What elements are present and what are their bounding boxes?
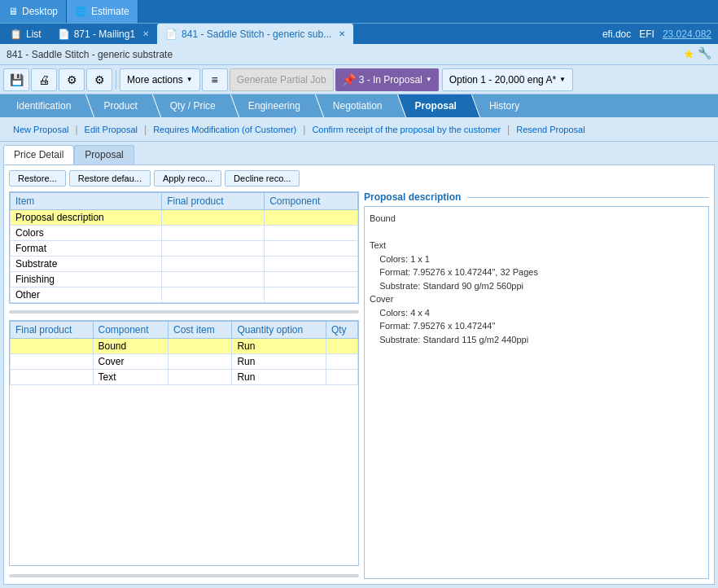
tab-mailing-close[interactable]: ✕ bbox=[142, 29, 149, 38]
table-row[interactable]: Proposal description bbox=[11, 210, 358, 226]
table-row[interactable]: Text Run bbox=[11, 370, 358, 385]
breadcrumb-engineering-label: Engineering bbox=[248, 100, 300, 112]
saddle-tab-icon: 📄 bbox=[165, 29, 177, 40]
main-content: Price Detail Proposal Restore... Restore… bbox=[0, 142, 718, 588]
cell-component bbox=[265, 287, 358, 303]
config-icon: ⚙ bbox=[94, 73, 105, 86]
resend-proposal-link[interactable]: Resend Proposal bbox=[510, 125, 591, 134]
restore-default-button[interactable]: Restore defau... bbox=[69, 170, 151, 186]
col-qty-option: Quantity option bbox=[232, 322, 326, 339]
table-row[interactable]: Colors bbox=[11, 226, 358, 241]
save-button[interactable]: 💾 bbox=[3, 68, 29, 91]
breadcrumb-qty-price[interactable]: Qty / Price bbox=[151, 94, 229, 117]
proposal-badge-label: 3 - In Proposal bbox=[359, 74, 422, 86]
col-fp: Final product bbox=[11, 322, 94, 339]
breadcrumb-proposal-label: Proposal bbox=[415, 100, 457, 112]
edit-proposal-link[interactable]: Edit Proposal bbox=[78, 125, 144, 134]
print-icon: 🖨 bbox=[38, 73, 50, 86]
tab-mailing[interactable]: 📄 871 - Mailing1 ✕ bbox=[50, 24, 157, 44]
cell-fp bbox=[11, 354, 94, 370]
cell-item: Proposal description bbox=[11, 210, 162, 226]
content-panel: Restore... Restore defau... Apply reco..… bbox=[3, 165, 715, 585]
table-row[interactable]: Other bbox=[11, 287, 358, 303]
cell-item: Other bbox=[11, 287, 162, 303]
print-button[interactable]: 🖨 bbox=[31, 68, 57, 91]
proposal-badge-button[interactable]: 📌 3 - In Proposal ▼ bbox=[335, 68, 439, 91]
generate-partial-job-label: Generate Partial Job bbox=[237, 74, 326, 86]
cell-item: Substrate bbox=[11, 257, 162, 272]
list-button[interactable]: ≡ bbox=[202, 68, 228, 91]
tab-saddle-label: 841 - Saddle Stitch - generic sub... bbox=[182, 29, 331, 40]
confirm-receipt-link[interactable]: Confirm receipt of the proposal by the c… bbox=[305, 125, 507, 134]
col-item: Item bbox=[11, 193, 162, 210]
tab-saddle-close[interactable]: ✕ bbox=[339, 29, 345, 38]
title-bar-icons: ★ 🔧 bbox=[683, 46, 711, 62]
taskbar: 🖥 Desktop 🌐 Estimate bbox=[0, 0, 718, 23]
tab-saddle[interactable]: 📄 841 - Saddle Stitch - generic sub... ✕ bbox=[157, 24, 353, 44]
cell-final-product bbox=[162, 287, 265, 303]
window-title: 841 - Saddle Stitch - generic substrate bbox=[7, 49, 173, 60]
restore-button[interactable]: Restore... bbox=[9, 170, 66, 186]
more-actions-arrow: ▼ bbox=[186, 76, 193, 83]
decline-reco-button[interactable]: Decline reco... bbox=[225, 170, 300, 186]
cell-component bbox=[265, 226, 358, 241]
breadcrumb-product-label: Product bbox=[103, 100, 137, 112]
cell-item: Finishing bbox=[11, 272, 162, 287]
star-icon[interactable]: ★ bbox=[683, 46, 694, 62]
breadcrumb-proposal[interactable]: Proposal bbox=[396, 94, 470, 117]
table-row[interactable]: Bound Run bbox=[11, 339, 358, 354]
action-bar: New Proposal | Edit Proposal | Requires … bbox=[0, 117, 718, 142]
tab-price-detail[interactable]: Price Detail bbox=[3, 145, 74, 165]
breadcrumb-negotiation[interactable]: Negotiation bbox=[313, 94, 396, 117]
cell-comp: Bound bbox=[93, 339, 168, 354]
two-panel: Item Final product Component Proposal de… bbox=[9, 191, 709, 579]
mailing-tab-icon: 📄 bbox=[58, 29, 70, 40]
table-row[interactable]: Cover Run bbox=[11, 354, 358, 370]
tab-list[interactable]: 📋 List bbox=[2, 24, 50, 44]
cell-component bbox=[265, 210, 358, 226]
tab-price-detail-label: Price Detail bbox=[14, 149, 63, 160]
cell-comp: Cover bbox=[93, 354, 168, 370]
breadcrumb-negotiation-label: Negotiation bbox=[333, 100, 383, 112]
option-dropdown-button[interactable]: Option 1 - 20,000 eng A* ▼ bbox=[442, 68, 573, 91]
scroll-divider-top bbox=[9, 310, 359, 314]
tab-bar: 📋 List 📄 871 - Mailing1 ✕ 📄 841 - Saddle… bbox=[0, 23, 718, 44]
desktop-icon: 🖥 bbox=[8, 6, 18, 17]
apply-reco-button[interactable]: Apply reco... bbox=[154, 170, 221, 186]
table-row[interactable]: Substrate bbox=[11, 257, 358, 272]
generate-partial-job-button[interactable]: Generate Partial Job bbox=[230, 68, 334, 91]
breadcrumb-nav: Identification Product Qty / Price Engin… bbox=[0, 94, 718, 117]
tool-icon[interactable]: 🔧 bbox=[698, 46, 711, 62]
top-table-container[interactable]: Item Final product Component Proposal de… bbox=[9, 191, 359, 304]
proposal-description-textarea[interactable] bbox=[364, 206, 709, 579]
col-final-product: Final product bbox=[162, 193, 265, 210]
requires-mod-link[interactable]: Requires Modification (of Customer) bbox=[147, 125, 303, 134]
breadcrumb-product[interactable]: Product bbox=[84, 94, 150, 117]
cell-qty bbox=[326, 370, 357, 385]
cell-qty bbox=[326, 339, 357, 354]
breadcrumb-identification[interactable]: Identification bbox=[0, 94, 84, 117]
proposal-icon: 📌 bbox=[342, 73, 356, 86]
tab-proposal[interactable]: Proposal bbox=[74, 145, 134, 165]
more-actions-label: More actions bbox=[127, 74, 183, 86]
settings-icon: ⚙ bbox=[67, 73, 77, 86]
bottom-table-container[interactable]: Final product Component Cost item Quanti… bbox=[9, 320, 359, 566]
number-label[interactable]: 23.024.082 bbox=[663, 29, 711, 40]
efi-label: EFI bbox=[639, 29, 655, 40]
toolbar-sep-1 bbox=[116, 70, 116, 90]
table-row[interactable]: Finishing bbox=[11, 272, 358, 287]
new-proposal-link[interactable]: New Proposal bbox=[7, 125, 75, 134]
breadcrumb-engineering[interactable]: Engineering bbox=[229, 94, 313, 117]
taskbar-desktop[interactable]: 🖥 Desktop bbox=[0, 0, 67, 23]
cell-item: Format bbox=[11, 241, 162, 257]
settings-button[interactable]: ⚙ bbox=[59, 68, 85, 91]
cell-final-product bbox=[162, 257, 265, 272]
right-panel: Proposal description bbox=[364, 191, 709, 579]
option-dropdown-arrow: ▼ bbox=[559, 76, 566, 83]
table-row[interactable]: Format bbox=[11, 241, 358, 257]
config-button[interactable]: ⚙ bbox=[86, 68, 112, 91]
top-table: Item Final product Component Proposal de… bbox=[10, 192, 358, 303]
estimate-icon: 🌐 bbox=[75, 6, 87, 17]
taskbar-estimate[interactable]: 🌐 Estimate bbox=[67, 0, 138, 23]
more-actions-button[interactable]: More actions ▼ bbox=[120, 68, 200, 91]
